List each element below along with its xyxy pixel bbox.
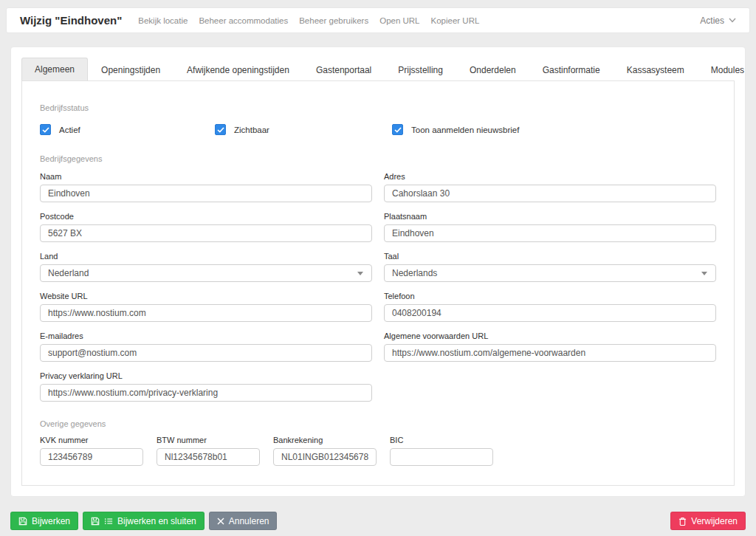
checkbox-zichtbaar-label: Zichtbaar <box>234 126 269 134</box>
page-title: Wijzig "Eindhoven" <box>20 14 122 27</box>
link-kopieer-url[interactable]: Kopieer URL <box>431 16 480 25</box>
field-naam: Naam <box>40 172 372 202</box>
delete-button[interactable]: Verwijderen <box>670 512 746 530</box>
taal-select[interactable]: Nederlands <box>384 264 716 282</box>
adres-label: Adres <box>384 172 716 181</box>
tab-gastenportaal[interactable]: Gastenportaal <box>303 58 385 81</box>
trash-icon <box>678 517 687 526</box>
checkbox-actief-label: Actief <box>59 126 80 134</box>
kvk-input[interactable] <box>40 448 143 466</box>
save-and-close-button[interactable]: Bijwerken en sluiten <box>83 512 205 530</box>
cancel-button[interactable]: Annuleren <box>209 512 278 530</box>
tab-afwijkende-openingstijden[interactable]: Afwijkende openingstijden <box>173 58 303 81</box>
save-icon <box>91 517 100 526</box>
bankrekening-input[interactable] <box>273 448 377 466</box>
section-label-overige-gegevens: Overige gegevens <box>40 419 716 428</box>
tab-algemeen[interactable]: Algemeen <box>21 58 88 81</box>
status-checkbox-row: Actief Zichtbaar Toon aanmelden nieuwsbr… <box>40 124 716 135</box>
link-bekijk-locatie[interactable]: Bekijk locatie <box>138 16 188 25</box>
tab-modules[interactable]: Modules <box>698 58 756 81</box>
tab-gastinformatie[interactable]: Gastinformatie <box>529 58 614 81</box>
link-beheer-accommodaties[interactable]: Beheer accommodaties <box>199 16 288 25</box>
tab-onderdelen[interactable]: Onderdelen <box>456 58 529 81</box>
btw-label: BTW nummer <box>157 436 260 444</box>
website-url-label: Website URL <box>40 292 372 300</box>
section-label-bedrijfsstatus: Bedrijfsstatus <box>40 103 716 112</box>
plaatsnaam-input[interactable] <box>384 224 716 242</box>
checkbox-checked-icon <box>392 124 403 135</box>
checkbox-nieuwsbrief-label: Toon aanmelden nieuwsbrief <box>411 126 519 134</box>
emailadres-input[interactable] <box>40 344 372 362</box>
field-voorwaarden-url: Algemene voorwaarden URL <box>384 331 716 362</box>
save-button-label: Bijwerken <box>32 516 70 526</box>
adres-input[interactable] <box>384 185 716 202</box>
telefoon-label: Telefoon <box>384 292 716 300</box>
save-button[interactable]: Bijwerken <box>10 512 78 530</box>
chevron-down-icon <box>729 18 736 23</box>
tab-prijsstelling[interactable]: Prijsstelling <box>385 58 456 81</box>
naam-input[interactable] <box>40 185 372 202</box>
voorwaarden-url-input[interactable] <box>384 344 716 362</box>
field-btw: BTW nummer <box>157 436 260 466</box>
bic-input[interactable] <box>390 448 493 466</box>
privacy-url-label: Privacy verklaring URL <box>40 371 372 380</box>
actions-dropdown-label: Acties <box>700 16 724 26</box>
tab-kassasysteem[interactable]: Kassasysteem <box>614 58 698 81</box>
field-bankrekening: Bankrekening <box>273 436 377 466</box>
footer-action-bar: Bijwerken Bijwerken en sluiten Annuleren… <box>10 512 746 530</box>
checkbox-actief[interactable]: Actief <box>40 124 215 135</box>
checkbox-checked-icon <box>215 124 226 135</box>
edit-location-card: Algemeen Openingstijden Afwijkende openi… <box>10 47 746 497</box>
close-icon <box>217 518 224 525</box>
save-and-close-button-label: Bijwerken en sluiten <box>117 516 196 526</box>
delete-button-label: Verwijderen <box>691 516 738 526</box>
land-select[interactable]: Nederland <box>40 264 372 282</box>
tab-panel-algemeen: Bedrijfsstatus Actief Zichtbaar Toon aan… <box>21 80 735 486</box>
field-website-url: Website URL <box>40 292 372 322</box>
actions-dropdown[interactable]: Acties <box>700 16 736 26</box>
field-kvk: KVK nummer <box>40 436 143 466</box>
top-header-bar: Wijzig "Eindhoven" Bekijk locatie Beheer… <box>6 7 750 33</box>
field-adres: Adres <box>384 172 716 202</box>
field-telefoon: Telefoon <box>384 292 716 322</box>
checkbox-zichtbaar[interactable]: Zichtbaar <box>215 124 392 135</box>
kvk-label: KVK nummer <box>40 436 143 444</box>
voorwaarden-url-label: Algemene voorwaarden URL <box>384 331 716 340</box>
emailadres-label: E-mailadres <box>40 331 372 340</box>
company-fields-grid: Naam Adres Postcode Plaatsnaam Land Nede… <box>40 172 716 402</box>
field-postcode: Postcode <box>40 212 372 242</box>
other-fields-grid: KVK nummer BTW nummer Bankrekening BIC <box>40 436 716 466</box>
tab-openingstijden[interactable]: Openingstijden <box>88 58 173 81</box>
section-label-bedrijfsgegevens: Bedrijfsgegevens <box>40 154 716 163</box>
website-url-input[interactable] <box>40 304 372 322</box>
postcode-label: Postcode <box>40 212 372 221</box>
list-icon <box>104 517 113 526</box>
cancel-button-label: Annuleren <box>229 516 269 526</box>
land-label: Land <box>40 252 372 261</box>
telefoon-input[interactable] <box>384 304 716 322</box>
save-icon <box>18 517 27 526</box>
field-taal: Taal Nederlands <box>384 252 716 282</box>
header-links: Bekijk locatie Beheer accommodaties Behe… <box>138 16 479 25</box>
link-beheer-gebruikers[interactable]: Beheer gebruikers <box>299 16 368 25</box>
bic-label: BIC <box>390 436 493 444</box>
field-land: Land Nederland <box>40 252 372 282</box>
field-bic: BIC <box>390 436 493 466</box>
naam-label: Naam <box>40 172 372 181</box>
link-open-url[interactable]: Open URL <box>379 16 419 25</box>
tab-bar: Algemeen Openingstijden Afwijkende openi… <box>21 58 735 80</box>
bankrekening-label: Bankrekening <box>273 436 377 444</box>
btw-input[interactable] <box>157 448 260 466</box>
privacy-url-input[interactable] <box>40 384 372 402</box>
plaatsnaam-label: Plaatsnaam <box>384 212 716 221</box>
taal-label: Taal <box>384 252 716 261</box>
field-plaatsnaam: Plaatsnaam <box>384 212 716 242</box>
field-privacy-url: Privacy verklaring URL <box>40 371 372 402</box>
postcode-input[interactable] <box>40 224 372 242</box>
checkbox-checked-icon <box>40 124 51 135</box>
checkbox-toon-aanmelden-nieuwsbrief[interactable]: Toon aanmelden nieuwsbrief <box>392 124 716 135</box>
field-emailadres: E-mailadres <box>40 331 372 362</box>
